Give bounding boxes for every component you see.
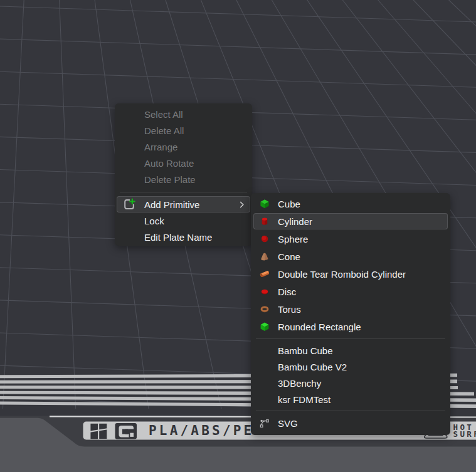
icon-slot-empty (123, 173, 135, 186)
menu-item-3dbenchy[interactable]: 3DBenchy (251, 375, 450, 391)
menu-item-label: Delete All (144, 125, 244, 136)
icon-slot-empty (260, 362, 270, 372)
icon-slot-empty (123, 157, 135, 169)
grid-line (0, 71, 476, 87)
menu-separator (256, 338, 445, 339)
menu-item-sphere[interactable]: Sphere (251, 230, 450, 248)
grid-line (3, 0, 24, 409)
menu-item-cone[interactable]: Cone (251, 248, 450, 265)
cylinder-icon (260, 216, 270, 226)
hot-surface-warning-line2: SURFACE (453, 429, 476, 439)
menu-item-label: Sphere (278, 234, 442, 244)
menu-item-label: Torus (278, 304, 442, 315)
menu-item-label: Cube (278, 199, 442, 209)
double-tear-romboid-cylinder-icon (260, 269, 270, 279)
icon-slot-empty (260, 394, 270, 404)
menu-item-label: Cylinder (278, 216, 442, 227)
sphere-icon (260, 234, 270, 244)
menu-item-label: Lock (144, 216, 244, 226)
add-primitive-submenu: Cube Cylinder Sphere Cone Double Tear Ro… (251, 193, 450, 435)
menu-item-label: ksr FDMTest (278, 394, 442, 405)
menu-item-bambu-cube-v2[interactable]: Bambu Cube V2 (251, 359, 450, 375)
grid-line (0, 39, 476, 55)
logo-glyph-dot (130, 433, 134, 437)
menu-item-label: Rounded Rectangle (278, 322, 442, 332)
menu-item-label: Bambu Cube V2 (278, 362, 442, 372)
menu-item-label: Double Tear Romboid Cylinder (278, 269, 442, 280)
icon-slot-empty (260, 378, 270, 388)
icon-slot-empty (123, 140, 135, 153)
menu-item-label: Edit Plate Name (144, 232, 244, 243)
cube-icon (260, 199, 270, 209)
icon-slot-empty (123, 108, 135, 120)
torus-icon (260, 304, 270, 314)
grid-line (0, 6, 476, 22)
menu-item-delete-all: Delete All (115, 122, 252, 139)
icon-slot-empty (123, 231, 135, 243)
menu-separator (120, 192, 247, 192)
menu-separator (256, 411, 445, 411)
menu-item-disc[interactable]: Disc (251, 283, 450, 300)
menu-item-arrange: Arrange (115, 139, 252, 155)
bambu-studio-logo (115, 423, 137, 439)
cone-icon (260, 251, 270, 261)
menu-item-edit-plate-name[interactable]: Edit Plate Name (115, 229, 252, 245)
menu-item-cube[interactable]: Cube (251, 195, 450, 212)
menu-item-bambu-cube[interactable]: Bambu Cube (251, 342, 450, 359)
disc-icon (260, 286, 270, 296)
icon-slot-empty (260, 345, 270, 355)
menu-item-lock[interactable]: Lock (115, 212, 252, 229)
menu-item-label: Disc (278, 286, 442, 297)
menu-item-label: Bambu Cube (278, 345, 442, 356)
plate-context-menu: Select AllDelete AllArrangeAuto RotateDe… (115, 103, 252, 246)
menu-item-label: Select All (144, 109, 244, 120)
menu-item-label: Auto Rotate (144, 158, 244, 169)
menu-item-select-all: Select All (115, 106, 252, 122)
menu-item-label: SVG (278, 418, 442, 429)
menu-item-cylinder[interactable]: Cylinder (253, 213, 448, 229)
menu-item-svg[interactable]: SVG (251, 414, 450, 432)
menu-item-add-primitive[interactable]: Add Primitive (117, 196, 250, 212)
menu-item-delete-plate: Delete Plate (115, 171, 252, 187)
menu-item-rounded-rectangle[interactable]: Rounded Rectangle (251, 318, 450, 335)
bezier-curve-icon (260, 418, 270, 428)
slicer-viewport: { "colors": { "viewport_bg": "#35363c", … (0, 0, 476, 472)
icon-slot-empty (123, 124, 135, 137)
menu-item-label: Delete Plate (144, 174, 244, 185)
menu-item-ksr-fdmtest[interactable]: ksr FDMTest (251, 391, 450, 407)
add-plate-icon (123, 198, 135, 211)
submenu-chevron-icon (240, 201, 244, 208)
menu-item-label: Arrange (144, 142, 244, 152)
menu-item-label: Cone (278, 251, 442, 262)
menu-item-double-tear-romboid-cylinder[interactable]: Double Tear Romboid Cylinder (251, 265, 450, 283)
logo-pane (99, 424, 107, 439)
menu-item-auto-rotate: Auto Rotate (115, 155, 252, 171)
icon-slot-empty (123, 214, 135, 227)
menu-item-torus[interactable]: Torus (251, 300, 450, 318)
menu-item-label: Add Primitive (144, 199, 235, 210)
rounded-rectangle-icon (260, 322, 270, 332)
menu-item-label: 3DBenchy (278, 378, 442, 389)
